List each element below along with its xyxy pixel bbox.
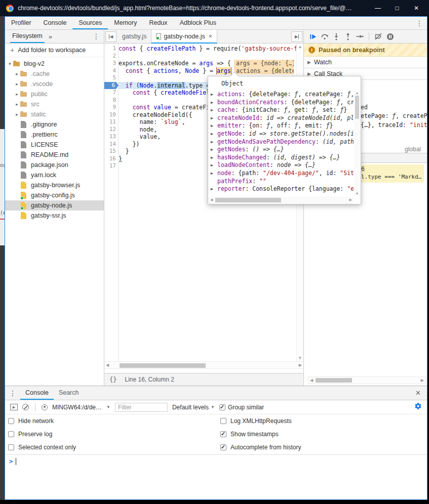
line-number[interactable]: 6 <box>104 82 119 90</box>
scroll-down-icon[interactable]: ▼ <box>297 356 303 360</box>
editor-tab-gatsby.js[interactable]: gatsby.js <box>118 30 151 43</box>
checkbox[interactable] <box>220 418 226 424</box>
main-tab-console[interactable]: Console <box>37 17 73 29</box>
console-setting-hide-network[interactable]: Hide network <box>8 414 76 428</box>
object-property-row[interactable]: ▶getNodeAndSavePathDependency: (id, path… <box>208 138 354 146</box>
checkbox[interactable] <box>220 444 226 450</box>
sidebar-kebab-icon[interactable]: ⋮ <box>89 30 104 43</box>
scroll-left-icon[interactable]: ◀ <box>310 378 313 383</box>
chevron-collapsed-icon[interactable]: ▸ <box>14 112 20 117</box>
scroll-up-icon[interactable]: ▲ <box>297 45 303 49</box>
console-setting-show-timestamps[interactable]: Show timestamps <box>220 428 301 441</box>
watch-section-header[interactable]: ▶ Watch <box>304 57 427 68</box>
line-number[interactable]: 10 <box>104 111 119 119</box>
code-line[interactable]: 2 <box>104 53 296 60</box>
step-into-button[interactable] <box>332 32 340 40</box>
tabs-scroll-left-button[interactable]: ◀ <box>105 31 116 42</box>
main-tab-profiler[interactable]: Profiler <box>5 17 37 29</box>
main-tab-adblock-plus[interactable]: Adblock Plus <box>174 17 222 29</box>
line-number[interactable]: 16 <box>104 155 119 163</box>
drawer-kebab-icon[interactable]: ⋮ <box>5 386 20 400</box>
object-property-row[interactable]: ▶cache: {initCache: ƒ, get: ƒ, set: ƒ} <box>208 106 354 114</box>
object-property-row[interactable]: ▶node: {path: "/dev-404-page/", id: "Sit… <box>208 170 354 178</box>
expand-triangle-icon[interactable]: ▶ <box>211 91 213 99</box>
tabs-scroll-right-button[interactable]: ▶ <box>291 31 302 42</box>
tree-item-package.json[interactable]: package.json <box>5 160 104 170</box>
tree-item-static[interactable]: ▸static <box>5 109 104 119</box>
chevron-down-icon[interactable]: ▼ <box>106 405 110 409</box>
scrollbar-thumb[interactable] <box>215 198 281 202</box>
editor-tab-gatsby-node.js[interactable]: gatsby-node.js× <box>151 30 217 44</box>
scroll-down-icon[interactable]: ▼ <box>354 192 360 195</box>
scroll-up-icon[interactable]: ▲ <box>354 91 360 95</box>
line-number[interactable]: 8 <box>104 97 119 104</box>
checkbox[interactable] <box>8 418 14 424</box>
scroll-left-icon[interactable]: ◀ <box>210 198 213 202</box>
tree-item-README.md[interactable]: README.md <box>5 150 104 160</box>
scroll-right-icon[interactable]: ▶ <box>421 378 424 383</box>
console-prompt[interactable]: > <box>5 455 427 468</box>
tab-console[interactable]: Console <box>20 386 54 400</box>
line-number[interactable]: 3 <box>104 60 119 67</box>
tab-filesystem[interactable]: Filesystem <box>10 30 45 43</box>
tree-item-.prettierrc[interactable]: .prettierrc <box>5 130 104 140</box>
console-settings-gear-icon[interactable] <box>414 402 422 412</box>
tree-item-src[interactable]: ▸src <box>5 99 104 109</box>
drawer-close-icon[interactable]: ✕ <box>409 386 427 400</box>
filter-input[interactable] <box>115 403 168 412</box>
object-property-row[interactable]: ▶boundActionCreators: {deletePage: ƒ, cr… <box>208 99 354 107</box>
checkbox[interactable] <box>8 431 14 437</box>
line-number[interactable]: 11 <box>104 118 119 126</box>
pretty-print-button[interactable]: {} <box>109 376 116 383</box>
panel-horizontal-scrollbar[interactable]: ◀ ▶ <box>308 376 426 384</box>
console-setting-selected-context-only[interactable]: Selected context only <box>8 441 76 454</box>
console-sidebar-toggle-icon[interactable]: ▶ <box>10 404 18 410</box>
object-property-row[interactable]: ▶getNodes: () => {…} <box>208 146 354 154</box>
clear-console-icon[interactable] <box>22 404 29 410</box>
line-number[interactable]: 12 <box>104 126 119 134</box>
code-line-content[interactable]: const { actions, Node } = argsactions = … <box>119 67 296 75</box>
tree-item-yarn.lock[interactable]: yarn.lock <box>5 170 104 180</box>
tree-item-.vscode[interactable]: ▸.vscode <box>5 79 104 89</box>
object-property-row[interactable]: ▶actions: {deletePage: ƒ, createPage: ƒ, <box>208 91 354 99</box>
deactivate-breakpoints-button[interactable] <box>374 32 382 40</box>
expand-triangle-icon[interactable]: ▶ <box>211 138 213 146</box>
scroll-left-icon[interactable]: ◀ <box>106 363 109 367</box>
line-number[interactable]: 13 <box>104 133 119 141</box>
main-tab-sources[interactable]: Sources <box>72 17 108 29</box>
expand-triangle-icon[interactable]: ▶ <box>211 185 213 193</box>
main-tab-redux[interactable]: Redux <box>143 17 173 29</box>
tree-item-gatsby-config.js[interactable]: gatsby-config.js <box>5 190 104 200</box>
object-property-row[interactable]: pathPrefix: "" <box>208 178 354 186</box>
scrollbar-thumb[interactable] <box>316 378 352 383</box>
expand-triangle-icon[interactable]: ▶ <box>211 146 213 154</box>
step-out-button[interactable] <box>344 32 352 40</box>
line-number[interactable]: 1 <box>104 45 119 53</box>
close-button[interactable]: ✕ <box>407 1 426 15</box>
expand-triangle-icon[interactable]: ▶ <box>211 130 213 138</box>
object-property-row[interactable]: ▶emitter: {on: ƒ, off: ƒ, emit: ƒ} <box>208 122 354 130</box>
main-tab-memory[interactable]: Memory <box>108 17 143 29</box>
code-line[interactable]: 4 const { actions, Node } = argsactions … <box>104 67 296 75</box>
code-line-content[interactable]: exports.onCreateNode = args => {args = {… <box>119 60 296 67</box>
expand-triangle-icon[interactable]: ▶ <box>211 154 213 162</box>
scroll-right-icon[interactable]: ▶ <box>349 198 352 202</box>
console-setting-log-xmlhttprequests[interactable]: Log XMLHttpRequests <box>220 414 301 428</box>
context-selector[interactable]: MINGW64:/d/de… <box>52 404 102 411</box>
object-property-row[interactable]: ▶hasNodeChanged: (id, digest) => {…} <box>208 154 354 162</box>
chevron-collapsed-icon[interactable]: ▸ <box>14 81 20 87</box>
line-number[interactable]: 5 <box>104 74 119 82</box>
tree-item-gatsby-ssr.js[interactable]: gatsby-ssr.js <box>5 211 104 221</box>
scrollbar-thumb[interactable] <box>120 363 206 368</box>
resume-button[interactable] <box>309 32 317 40</box>
code-line-content[interactable]: const { createFilePath } = require('gats… <box>119 45 296 53</box>
line-number[interactable]: 2 <box>104 53 119 60</box>
add-folder-button[interactable]: + Add folder to workspace <box>5 44 104 57</box>
scroll-right-icon[interactable]: ▶ <box>299 363 302 367</box>
tree-item-blog-v2[interactable]: ▾blog-v2 <box>5 59 104 69</box>
tree-item-gatsby-node.js[interactable]: gatsby-node.js <box>5 200 104 211</box>
chevron-collapsed-icon[interactable]: ▸ <box>14 92 20 97</box>
line-number[interactable]: 4 <box>104 67 119 75</box>
line-number[interactable]: 15 <box>104 148 119 155</box>
code-line[interactable]: 1const { createFilePath } = require('gat… <box>104 45 296 53</box>
